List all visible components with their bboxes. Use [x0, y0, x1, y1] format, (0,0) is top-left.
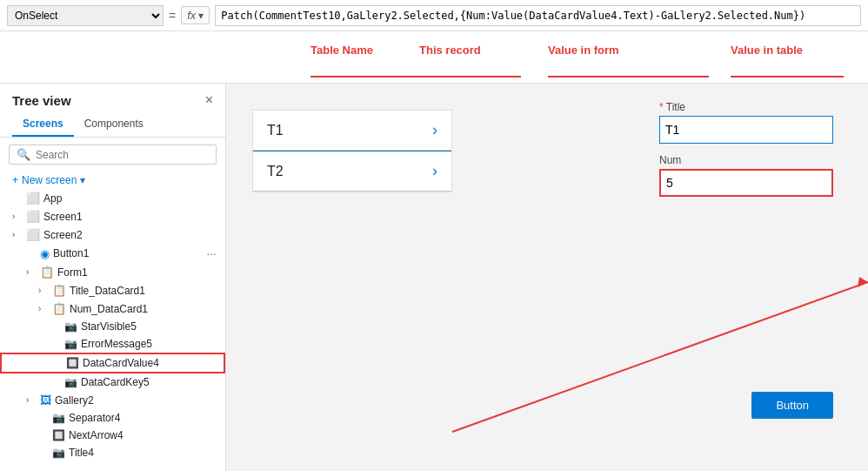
- annotation-value-in-table: Value in table: [731, 44, 803, 57]
- tree-item-datacardvalue4[interactable]: 🔲 DataCardValue4: [0, 353, 225, 373]
- search-icon: 🔍: [17, 148, 30, 161]
- tree-item-form1[interactable]: › 📋 Form1: [0, 263, 225, 281]
- chevron-icon: ›: [12, 230, 23, 239]
- gallery-item-label: T1: [267, 123, 432, 138]
- tree-item-button1[interactable]: ◉ Button1 ···: [0, 244, 225, 263]
- chevron-down-icon: ▾: [80, 174, 85, 186]
- formula-input[interactable]: [215, 5, 861, 26]
- fx-icon: fx: [187, 9, 196, 22]
- chevron-icon: ›: [38, 286, 49, 295]
- num-input[interactable]: [659, 169, 833, 197]
- gallery-panel: T1 › T2 ›: [252, 110, 452, 192]
- tree-item-separator4[interactable]: 📷 Separator4: [0, 409, 225, 427]
- star-icon: 📷: [64, 320, 77, 333]
- chevron-icon: ›: [26, 395, 37, 405]
- onselect-dropdown[interactable]: OnSelect: [7, 5, 164, 26]
- arrow-icon: 🔲: [52, 429, 65, 441]
- sidebar-title: Tree view: [12, 93, 71, 108]
- equals-sign: =: [169, 9, 176, 23]
- tree-item-title-datacard1[interactable]: › 📋 Title_DataCard1: [0, 281, 225, 299]
- gallery-item-label: T2: [267, 164, 432, 179]
- tree-label: Form1: [57, 266, 88, 279]
- sidebar-close-button[interactable]: ×: [205, 92, 213, 108]
- fx-button[interactable]: fx ▾: [181, 6, 210, 24]
- sidebar-header: Tree view ×: [0, 84, 225, 113]
- chevron-icon: ›: [26, 267, 37, 277]
- required-star: *: [659, 101, 666, 113]
- button-icon: ◉: [40, 247, 50, 260]
- tree-label: Title_DataCard1: [70, 285, 145, 297]
- tree-label: DataCardValue4: [83, 357, 159, 369]
- datacard-value-icon: 🔲: [66, 357, 79, 369]
- datacard-icon: 📋: [52, 284, 66, 297]
- canvas-area: T1 › T2 › * Title Num: [226, 84, 868, 471]
- tree-item-title4[interactable]: 📷 Title4: [0, 444, 225, 461]
- tree-label: Screen2: [43, 229, 83, 241]
- more-options-icon[interactable]: ···: [206, 246, 217, 260]
- tab-screens[interactable]: Screens: [12, 113, 74, 137]
- form-icon: 📋: [40, 266, 54, 279]
- tree-item-num-datacard1[interactable]: › 📋 Num_DataCard1: [0, 299, 225, 318]
- tree-label: Title4: [69, 447, 94, 459]
- datacard-icon: 📋: [52, 302, 66, 315]
- tree-item-app[interactable]: ⬜ App: [0, 189, 225, 207]
- tree-label: Button1: [53, 247, 89, 259]
- new-screen-button[interactable]: + New screen ▾: [0, 172, 225, 189]
- search-input[interactable]: [36, 149, 209, 161]
- next-arrow-icon: ›: [432, 162, 437, 180]
- action-button[interactable]: Button: [751, 392, 833, 419]
- tree-item-screen2[interactable]: › ⬜ Screen2: [0, 225, 225, 244]
- tree-item-screen1[interactable]: › ⬜ Screen1: [0, 207, 225, 225]
- chevron-icon: ›: [38, 304, 49, 313]
- app-icon: ⬜: [26, 192, 40, 205]
- annotation-row: Table Name This record Value in form Val…: [0, 31, 868, 84]
- tree-item-starvisible5[interactable]: 📷 StarVisible5: [0, 318, 225, 335]
- tree-item-errormessage5[interactable]: 📷 ErrorMessage5: [0, 335, 225, 353]
- annotation-this-record: This record: [419, 44, 481, 57]
- separator-icon: 📷: [52, 412, 65, 424]
- tree-label: Screen1: [43, 211, 83, 223]
- new-screen-label: New screen: [22, 174, 77, 186]
- tree-label: App: [43, 192, 62, 205]
- search-box: 🔍: [9, 145, 217, 165]
- screen-icon: ⬜: [26, 228, 40, 241]
- plus-icon: +: [12, 174, 18, 186]
- next-arrow-icon: ›: [432, 121, 437, 139]
- gallery-icon: 🖼: [40, 394, 51, 407]
- tree-label: ErrorMessage5: [81, 338, 152, 350]
- form-panel: * Title Num: [659, 101, 833, 207]
- num-field-label: Num: [659, 154, 833, 166]
- sidebar-tabs: Screens Components: [0, 113, 225, 138]
- num-field-group: Num: [659, 154, 833, 197]
- tree-view-area: ⬜ App › ⬜ Screen1 › ⬜ Screen2 ◉ Button1 …: [0, 189, 225, 471]
- tree-label: DataCardKey5: [81, 376, 150, 388]
- title-label-text: Title: [666, 101, 685, 113]
- sidebar: Tree view × Screens Components 🔍 + New s…: [0, 84, 226, 471]
- tree-label: Separator4: [69, 412, 120, 424]
- chevron-down-icon: ▾: [198, 10, 204, 22]
- annotation-value-in-form: Value in form: [548, 44, 619, 57]
- annotation-table-name: Table Name: [310, 44, 373, 57]
- title-field-group: * Title: [659, 101, 833, 144]
- tree-item-datacardkey5[interactable]: 📷 DataCardKey5: [0, 373, 225, 391]
- tree-label: Num_DataCard1: [70, 303, 148, 315]
- tree-label: NextArrow4: [69, 429, 124, 441]
- gallery-item-t1[interactable]: T1 ›: [253, 111, 451, 151]
- chevron-icon: ›: [12, 212, 23, 221]
- error-icon: 📷: [64, 338, 77, 350]
- tree-label: StarVisible5: [81, 320, 137, 333]
- tab-components[interactable]: Components: [74, 113, 154, 137]
- main-layout: Tree view × Screens Components 🔍 + New s…: [0, 84, 868, 471]
- tree-label: Gallery2: [55, 394, 94, 407]
- button-container: Button: [751, 392, 833, 419]
- title-input[interactable]: [659, 116, 833, 144]
- datacard-key-icon: 📷: [64, 376, 77, 388]
- top-bar: OnSelect = fx ▾: [0, 0, 868, 31]
- title-field-label: * Title: [659, 101, 833, 113]
- tree-item-gallery2[interactable]: › 🖼 Gallery2: [0, 391, 225, 409]
- gallery-item-t2[interactable]: T2 ›: [253, 151, 451, 192]
- tree-item-nextarrow4[interactable]: 🔲 NextArrow4: [0, 427, 225, 444]
- title-icon: 📷: [52, 447, 65, 459]
- screen-icon: ⬜: [26, 210, 40, 223]
